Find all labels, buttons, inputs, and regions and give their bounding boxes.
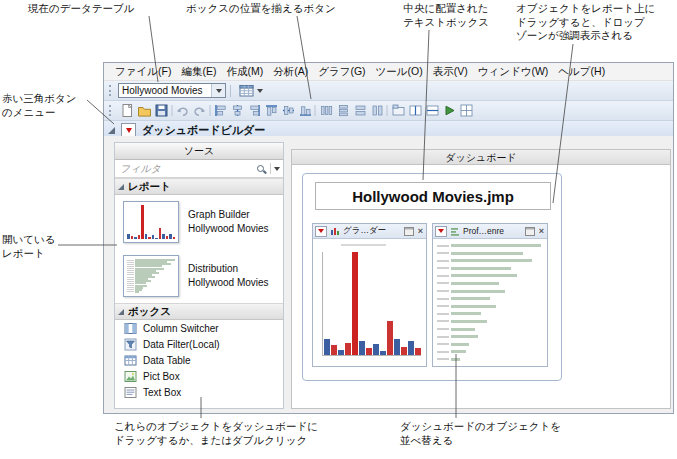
box-item-label: Pict Box xyxy=(143,371,180,382)
annotation-red-triangle-menu: 赤い三角ボタン のメニュー xyxy=(2,92,76,119)
data-table-combo[interactable]: Hollywood Movies xyxy=(118,83,226,98)
report-label: Graph Builder Hollywood Movies xyxy=(188,208,269,236)
filter-dropdown-icon[interactable] xyxy=(274,167,280,171)
combo-dropdown-arrow-icon[interactable] xyxy=(211,84,225,97)
menu-analyze[interactable]: 分析(A) xyxy=(268,64,313,80)
box-item-data-filter[interactable]: Data Filter(Local) xyxy=(115,336,283,352)
menu-view[interactable]: 表示(V) xyxy=(428,64,473,80)
make-same-height-icon[interactable] xyxy=(373,106,382,115)
toolbar-grip[interactable] xyxy=(109,85,113,96)
dashboard-title-text-box[interactable]: Hollywood Movies.jmp xyxy=(315,182,551,210)
boxes-section-header[interactable]: ボックス xyxy=(115,303,283,320)
dashboard-panel-graph-builder[interactable]: グラ…ダー × xyxy=(312,223,427,367)
reports-section-label: レポート xyxy=(128,180,171,194)
text-box-icon xyxy=(124,386,137,399)
boxes-section-label: ボックス xyxy=(128,305,171,319)
dashboard-panel: ダッシュボード Hollywood Movies.jmp グラ…ダー × xyxy=(291,149,671,409)
panel-title: グラ…ダー xyxy=(343,225,401,237)
panel-body xyxy=(433,239,547,366)
outline-collapse-icon[interactable] xyxy=(108,127,115,134)
report-thumbnail-graph-builder[interactable] xyxy=(123,201,179,243)
align-left-icon[interactable] xyxy=(216,105,225,116)
save-icon[interactable] xyxy=(156,105,167,116)
redo-icon[interactable] xyxy=(195,108,205,115)
reports-section-header[interactable]: レポート xyxy=(115,178,283,195)
run-icon[interactable] xyxy=(446,106,454,115)
button-dropdown-arrow-icon xyxy=(257,89,263,93)
distribute-vertical-icon[interactable] xyxy=(340,106,348,116)
menu-window[interactable]: ウィンドウ(W) xyxy=(473,64,554,80)
menu-tools[interactable]: ツール(O) xyxy=(371,64,428,80)
collapse-triangle-icon[interactable] xyxy=(118,309,124,315)
box-item-label: Data Table xyxy=(143,355,191,366)
undo-icon[interactable] xyxy=(177,108,187,115)
source-panel-header: ソース xyxy=(115,143,283,160)
align-middle-icon[interactable] xyxy=(283,107,294,115)
toolbar-grip[interactable] xyxy=(109,105,113,116)
report-thumbnail-distribution[interactable] xyxy=(123,255,179,297)
menu-help[interactable]: ヘルプ(H) xyxy=(553,64,610,80)
annotation-drag-objects: これらのオブジェクトをダッシュボードに ドラッグするか、またはダブルクリック xyxy=(114,420,318,447)
filter-row: フィルタ xyxy=(115,160,283,178)
align-center-icon[interactable] xyxy=(234,105,242,116)
collapse-triangle-icon[interactable] xyxy=(118,184,124,190)
filter-input[interactable]: フィルタ xyxy=(118,162,255,176)
panel-header: Prof…enre × xyxy=(433,224,547,239)
panel-header: グラ…ダー × xyxy=(313,224,426,239)
maximize-icon[interactable] xyxy=(404,227,414,236)
box-item-label: Data Filter(Local) xyxy=(143,339,220,350)
hbar-chart xyxy=(437,244,541,361)
report-item-distribution[interactable]: Distribution Hollywood Movies xyxy=(115,249,283,303)
dashboard-panel-profit-by-genre[interactable]: Prof…enre × xyxy=(432,223,548,367)
report-item-graph-builder[interactable]: Graph Builder Hollywood Movies xyxy=(115,195,283,249)
data-filter-icon xyxy=(124,338,137,351)
red-triangle-menu-button[interactable] xyxy=(435,226,447,237)
pict-box-icon xyxy=(124,370,137,383)
splitter-vertical-icon[interactable] xyxy=(427,106,438,115)
new-icon[interactable] xyxy=(123,105,132,117)
bar-chart xyxy=(322,252,421,356)
dashboard-canvas[interactable]: Hollywood Movies.jmp グラ…ダー × xyxy=(291,165,671,409)
make-same-width-icon[interactable] xyxy=(356,106,365,115)
data-table-toolbar: Hollywood Movies xyxy=(104,81,673,101)
distribute-horizontal-icon[interactable] xyxy=(322,107,332,115)
data-table-icon xyxy=(239,84,255,98)
layout-toolbar-icons xyxy=(118,102,478,119)
annotation-rearrange-objects: ダッシュボードのオブジェクトを 並べ替える xyxy=(400,420,561,447)
box-item-label: Text Box xyxy=(143,387,181,398)
search-icon[interactable] xyxy=(255,163,267,175)
thumbnail-bar-chart xyxy=(127,205,175,239)
menu-graph[interactable]: グラフ(G) xyxy=(313,64,370,80)
data-table-combo-value: Hollywood Movies xyxy=(119,85,211,96)
annotation-open-reports: 開いている レポート xyxy=(2,233,55,260)
box-item-text-box[interactable]: Text Box xyxy=(115,384,283,400)
column-switcher-icon xyxy=(124,322,137,335)
align-top-icon[interactable] xyxy=(266,106,277,115)
data-table-button[interactable] xyxy=(235,82,267,100)
align-bottom-icon[interactable] xyxy=(300,107,311,115)
layout-grid-icon[interactable] xyxy=(461,105,472,116)
maximize-icon[interactable] xyxy=(525,227,535,236)
red-triangle-menu-button[interactable] xyxy=(121,123,136,137)
panel-body xyxy=(313,239,426,366)
close-icon[interactable]: × xyxy=(417,227,424,236)
menu-file[interactable]: ファイル(F) xyxy=(110,64,176,80)
jmp-dashboard-builder-window: ファイル(F) 編集(E) 作成(M) 分析(A) グラフ(G) ツール(O) … xyxy=(103,62,674,414)
box-item-column-switcher[interactable]: Column Switcher xyxy=(115,320,283,336)
source-panel: ソース フィルタ レポート Graph Builder xyxy=(114,142,284,409)
builder-content: ソース フィルタ レポート Graph Builder xyxy=(104,136,673,413)
red-triangle-menu-button[interactable] xyxy=(315,226,327,237)
tab-box-icon[interactable] xyxy=(393,105,404,115)
align-right-icon[interactable] xyxy=(251,105,259,116)
annotation-centered-text-box: 中央に配置された テキストボックス xyxy=(390,2,502,29)
menu-create[interactable]: 作成(M) xyxy=(221,64,268,80)
box-item-pict-box[interactable]: Pict Box xyxy=(115,368,283,384)
thumbnail-hbar-chart xyxy=(127,259,175,293)
close-icon[interactable]: × xyxy=(538,227,545,236)
menu-bar: ファイル(F) 編集(E) 作成(M) 分析(A) グラフ(G) ツール(O) … xyxy=(104,63,673,81)
menu-edit[interactable]: 編集(E) xyxy=(176,64,221,80)
graph-builder-icon xyxy=(330,226,340,236)
splitter-horizontal-icon[interactable] xyxy=(410,106,421,115)
box-item-data-table[interactable]: Data Table xyxy=(115,352,283,368)
open-icon[interactable] xyxy=(139,108,151,117)
